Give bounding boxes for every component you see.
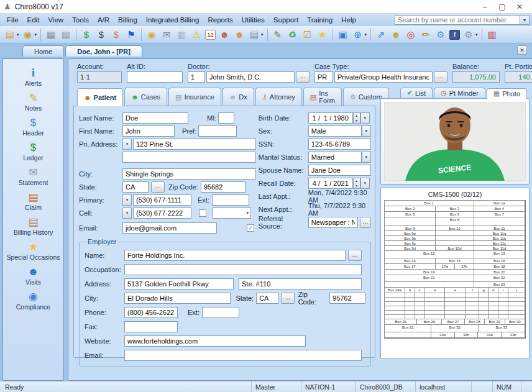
menu-view[interactable]: View: [44, 15, 68, 25]
fax-field[interactable]: [124, 321, 178, 332]
minimize-button[interactable]: –: [476, 2, 493, 11]
employer-address2-field[interactable]: [239, 278, 362, 289]
case-code-field[interactable]: [314, 71, 333, 83]
sidebar-item-special-occasions[interactable]: ★Special Occasions: [4, 239, 63, 263]
sidebar-item-ledger[interactable]: $Ledger: [4, 140, 63, 163]
patients-group-icon[interactable]: ☻: [217, 27, 232, 42]
sex-combo[interactable]: [308, 125, 362, 137]
marketing-target-icon[interactable]: ◎: [403, 27, 418, 42]
employer-phone-field[interactable]: [124, 307, 178, 318]
add-new-icon[interactable]: ⊕▾: [351, 27, 369, 42]
employer-lookup-button[interactable]: ...: [348, 250, 362, 261]
employer-name-field[interactable]: [124, 250, 346, 261]
ledger-dollar-icon[interactable]: $: [79, 27, 94, 42]
referral-source-field[interactable]: [308, 217, 358, 228]
doctor-lookup-button[interactable]: ...: [296, 71, 310, 83]
close-button[interactable]: ✕: [511, 2, 528, 11]
cell-type-combo[interactable]: ▾: [213, 207, 251, 219]
pref-field[interactable]: [198, 125, 237, 137]
case-lookup-button[interactable]: ...: [434, 71, 447, 83]
maximize-button[interactable]: ▢: [493, 2, 511, 11]
file-cabinet-icon[interactable]: ▥: [174, 27, 189, 42]
menu-training[interactable]: Training: [303, 15, 337, 25]
doc-tab-doe-john-pr[interactable]: Doe, John - [PR]: [65, 45, 142, 57]
menu-tools[interactable]: Tools: [68, 15, 93, 25]
save-all-icon[interactable]: ▦: [58, 27, 73, 42]
ext-field[interactable]: [212, 194, 249, 206]
tab-ins-form[interactable]: ▤Ins Form: [303, 88, 342, 106]
doctor-name-field[interactable]: [206, 71, 295, 83]
employer-address-field[interactable]: [124, 278, 234, 289]
menu-a-r[interactable]: A/R: [93, 15, 114, 25]
cms-1500-preview[interactable]: CMS-1500 (02/12) Box 1Box 1aBox 2Box 3Bo…: [380, 188, 530, 359]
sidebar-item-alerts[interactable]: ℹAlerts: [4, 65, 63, 89]
dropdown-caret-icon[interactable]: ▾: [261, 32, 264, 37]
website-field[interactable]: [124, 335, 306, 347]
birth-date-calendar-dropdown[interactable]: ▾: [360, 112, 370, 124]
marital-dropdown-icon[interactable]: ▾: [362, 152, 371, 163]
collections-icon[interactable]: ☻: [388, 27, 403, 42]
search-input[interactable]: [395, 15, 520, 25]
tab-pt-minder[interactable]: ◷Pt Minder: [434, 88, 485, 98]
address-book-icon[interactable]: ▤▾: [247, 27, 265, 42]
calendar-icon[interactable]: 12: [204, 27, 217, 42]
menu-help[interactable]: Help: [337, 15, 360, 25]
birth-date-field[interactable]: [308, 112, 353, 124]
tab-list[interactable]: ✔List: [400, 88, 433, 98]
save-icon[interactable]: ▦: [44, 27, 58, 42]
menu-integrated-billing[interactable]: Integrated Billing: [142, 15, 204, 25]
alt-id-field[interactable]: [127, 71, 183, 83]
pri-address-field[interactable]: [133, 139, 256, 150]
employer-email-field[interactable]: [124, 350, 362, 361]
menu-edit[interactable]: Edit: [23, 15, 44, 25]
compose-mail-icon[interactable]: ✏: [418, 27, 433, 42]
ssn-field[interactable]: [308, 139, 371, 150]
birth-date-spinner[interactable]: ▲▼: [353, 112, 360, 124]
sidebar-item-header[interactable]: $Header: [4, 115, 63, 139]
first-name-field[interactable]: [122, 125, 175, 137]
sex-dropdown-icon[interactable]: ▾: [362, 125, 371, 137]
facebook-icon[interactable]: f: [448, 27, 461, 42]
last-name-field[interactable]: [122, 112, 188, 124]
reports-chart-icon[interactable]: ⇗: [374, 27, 388, 42]
primary-phone-dropdown[interactable]: ▾: [122, 194, 132, 206]
flag-icon[interactable]: ⚑: [124, 27, 139, 42]
find-patient-icon[interactable]: ◉▾: [21, 27, 39, 42]
window-settings-icon[interactable]: ⚙: [433, 27, 448, 42]
transactions-dollar-icon[interactable]: $: [94, 27, 109, 42]
city-field[interactable]: [122, 168, 256, 180]
tab-photo[interactable]: ▦Photo: [487, 88, 527, 99]
marital-status-combo[interactable]: [308, 152, 362, 163]
case-name-field[interactable]: [334, 71, 433, 83]
doc-tab-home[interactable]: Home: [22, 45, 64, 57]
payment-coin-icon[interactable]: ◉: [144, 27, 159, 42]
blocks-icon[interactable]: ▣: [336, 27, 351, 42]
tab-attorney[interactable]: ⚷Attorney: [255, 88, 302, 106]
state-field[interactable]: [122, 181, 149, 193]
address2-field[interactable]: [122, 152, 256, 163]
occupation-field[interactable]: [124, 264, 362, 275]
employer-ext-field[interactable]: [202, 307, 239, 318]
mi-field[interactable]: [218, 112, 234, 124]
signature-pen-icon[interactable]: ✎: [270, 27, 285, 42]
account-field[interactable]: [77, 71, 122, 83]
employer-state-lookup-button[interactable]: ...: [281, 293, 294, 304]
employer-state-field[interactable]: [256, 293, 278, 304]
referral-lookup-button[interactable]: ...: [360, 217, 371, 228]
sidebar-item-notes[interactable]: ✎Notes: [4, 90, 63, 114]
recall-date-spinner[interactable]: ▲▼: [353, 178, 360, 189]
spouse-name-field[interactable]: [308, 165, 371, 176]
tab-patient[interactable]: ☻Patient: [77, 88, 123, 106]
tab-insurance[interactable]: ▤Insurance: [168, 88, 221, 106]
search-dropdown-icon[interactable]: ▾: [520, 15, 530, 25]
sidebar-item-compliance[interactable]: ◉Compliance: [4, 289, 63, 312]
employer-city-field[interactable]: [124, 293, 231, 304]
recall-date-calendar-dropdown[interactable]: ▾: [360, 178, 370, 189]
doctor-code-field[interactable]: [188, 71, 205, 83]
menu-utilities[interactable]: Utilities: [237, 15, 269, 25]
sidebar-item-visits[interactable]: ☻Visits: [4, 264, 63, 288]
menu-reports[interactable]: Reports: [203, 15, 237, 25]
state-lookup-button[interactable]: ...: [151, 181, 165, 193]
database-icon[interactable]: ▥: [485, 27, 500, 42]
cell-checkbox[interactable]: [199, 209, 206, 217]
